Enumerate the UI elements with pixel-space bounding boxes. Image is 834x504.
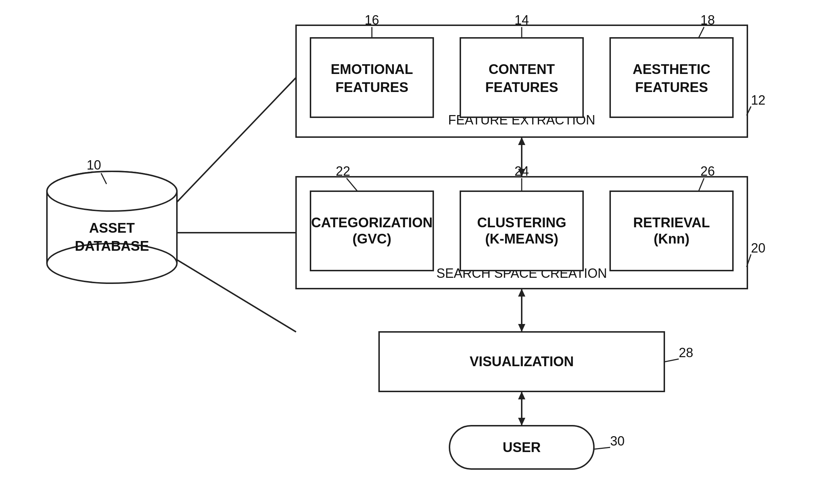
ref-22: 22: [336, 164, 350, 179]
db-to-visualization-line: [177, 260, 296, 332]
arrow-down-2: [518, 324, 525, 332]
arrow-up-2: [518, 289, 525, 297]
arrow-down-3: [518, 418, 525, 426]
retrieval-label1: RETRIEVAL: [633, 215, 710, 230]
ref-18: 18: [700, 13, 715, 27]
retrieval-box: [610, 191, 733, 271]
asset-database-label2: DATABASE: [75, 238, 149, 254]
db-to-feature-line: [177, 78, 296, 202]
user-label: USER: [503, 440, 541, 455]
emotional-features-label2: FEATURES: [335, 80, 408, 95]
categorization-label1: CATEGORIZATION: [311, 215, 433, 230]
aesthetic-features-label1: AESTHETIC: [633, 62, 710, 77]
svg-line-15: [664, 359, 679, 362]
clustering-box: [460, 191, 583, 271]
ref-30: 30: [610, 434, 625, 448]
arrow-up-3: [518, 391, 525, 399]
content-features-label1: CONTENT: [488, 62, 555, 77]
content-features-label2: FEATURES: [485, 80, 558, 95]
visualization-label: VISUALIZATION: [470, 354, 574, 369]
svg-line-16: [594, 447, 610, 449]
content-features-box: [460, 38, 583, 117]
emotional-features-box: [310, 38, 433, 117]
ref-26: 26: [700, 164, 715, 179]
retrieval-label2: (Knn): [653, 231, 689, 246]
ref-16: 16: [365, 13, 379, 27]
ref-20: 20: [751, 241, 765, 255]
ref-14: 14: [514, 13, 529, 27]
ref-10: 10: [87, 158, 101, 172]
ref-28: 28: [679, 345, 693, 360]
ref-12: 12: [751, 93, 765, 108]
aesthetic-features-label2: FEATURES: [635, 80, 708, 95]
diagram-container: ASSET DATABASE 10 FEATURE EXTRACTION 12 …: [0, 0, 834, 504]
asset-database-label: ASSET: [89, 220, 135, 236]
emotional-features-label1: EMOTIONAL: [331, 62, 413, 77]
svg-point-5: [47, 171, 177, 211]
categorization-label2: (GVC): [352, 231, 391, 246]
clustering-label1: CLUSTERING: [477, 215, 566, 230]
aesthetic-features-box: [610, 38, 733, 117]
categorization-box: [310, 191, 433, 271]
clustering-label2: (K-MEANS): [485, 231, 559, 246]
arrow-up-1: [518, 137, 525, 145]
